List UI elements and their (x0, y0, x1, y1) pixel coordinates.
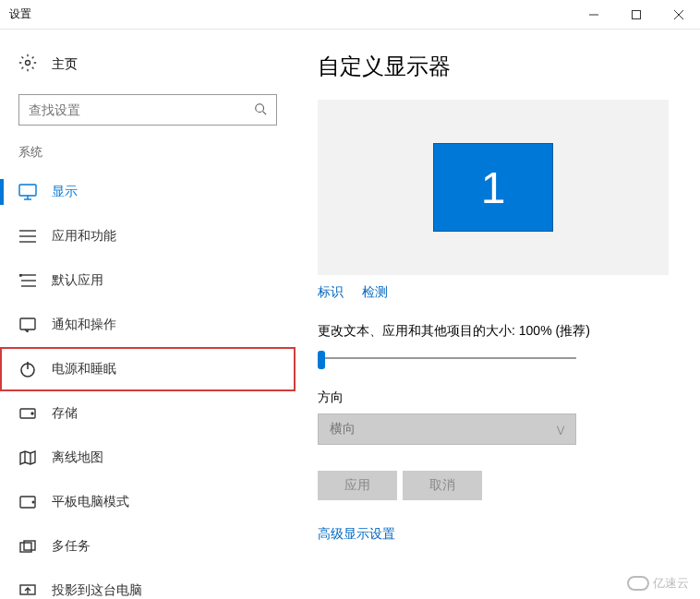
power-icon (18, 360, 37, 378)
svg-line-6 (263, 111, 267, 114)
sidebar-item-label: 多任务 (52, 538, 91, 555)
scale-label: 更改文本、应用和其他项目的大小: 100% (推荐) (318, 323, 672, 340)
main-panel: 自定义显示器 1 标识 检测 更改文本、应用和其他项目的大小: 100% (推荐… (296, 30, 700, 599)
monitor-1[interactable]: 1 (433, 143, 553, 232)
sidebar-item-storage[interactable]: 存储 (0, 391, 296, 436)
notification-icon (18, 316, 37, 334)
scale-slider[interactable] (318, 349, 576, 367)
page-title: 自定义显示器 (318, 52, 672, 81)
search-field[interactable] (29, 102, 254, 117)
chevron-down-icon: ⋁ (557, 425, 564, 435)
advanced-display-link[interactable]: 高级显示设置 (318, 526, 672, 543)
sidebar-item-label: 通知和操作 (52, 317, 116, 333)
sidebar-item-label: 平板电脑模式 (52, 494, 129, 510)
orientation-dropdown[interactable]: 横向 ⋁ (318, 413, 576, 445)
slider-track (318, 357, 576, 359)
sidebar-item-offline-maps[interactable]: 离线地图 (0, 436, 296, 480)
monitor-icon (18, 183, 37, 201)
sidebar: 主页 系统 显示 应用和功能 默认应用 通知和操作 (0, 30, 296, 599)
home-label: 主页 (52, 56, 78, 73)
tablet-icon (18, 493, 37, 511)
monitor-number: 1 (481, 162, 506, 213)
detect-link[interactable]: 检测 (362, 284, 388, 301)
sidebar-item-label: 显示 (52, 184, 78, 200)
storage-icon (18, 404, 37, 423)
default-app-icon (18, 271, 37, 290)
svg-point-21 (31, 413, 33, 414)
svg-point-5 (256, 103, 264, 112)
orientation-value: 横向 (330, 421, 356, 437)
identify-link[interactable]: 标识 (318, 284, 344, 301)
sidebar-item-label: 投影到这台电脑 (52, 582, 142, 599)
svg-point-25 (32, 501, 34, 503)
maximize-button[interactable] (615, 0, 658, 30)
category-label: 系统 (0, 144, 296, 170)
map-icon (18, 449, 37, 467)
minimize-button[interactable] (573, 0, 615, 30)
titlebar: 设置 (0, 0, 700, 30)
sidebar-item-default-apps[interactable]: 默认应用 (0, 258, 296, 303)
apply-button[interactable]: 应用 (318, 471, 397, 500)
sidebar-item-label: 应用和功能 (52, 228, 116, 245)
search-input[interactable] (18, 94, 277, 126)
cancel-button[interactable]: 取消 (403, 471, 482, 500)
search-icon (254, 102, 267, 118)
sidebar-item-label: 存储 (52, 405, 78, 422)
svg-rect-1 (633, 10, 641, 18)
sidebar-item-display[interactable]: 显示 (0, 170, 296, 214)
orientation-label: 方向 (318, 389, 672, 406)
close-button[interactable] (658, 0, 700, 30)
svg-rect-16 (19, 274, 21, 276)
sidebar-item-power-sleep[interactable]: 电源和睡眠 (0, 347, 296, 391)
project-icon (18, 581, 37, 599)
svg-point-4 (26, 61, 30, 66)
list-icon (18, 227, 37, 246)
sidebar-item-label: 电源和睡眠 (52, 361, 116, 377)
slider-thumb[interactable] (318, 351, 325, 369)
sidebar-item-tablet-mode[interactable]: 平板电脑模式 (0, 480, 296, 524)
sidebar-item-label: 默认应用 (52, 272, 103, 289)
watermark-icon (627, 576, 649, 591)
watermark: 亿速云 (627, 575, 689, 592)
window-title: 设置 (9, 6, 31, 22)
sidebar-item-notifications[interactable]: 通知和操作 (0, 303, 296, 347)
home-button[interactable]: 主页 (0, 48, 296, 94)
svg-rect-17 (20, 318, 35, 329)
sidebar-item-multitask[interactable]: 多任务 (0, 524, 296, 569)
window-controls (573, 0, 700, 30)
sidebar-item-project[interactable]: 投影到这台电脑 (0, 569, 296, 599)
gear-icon (18, 54, 37, 76)
sidebar-item-apps[interactable]: 应用和功能 (0, 214, 296, 258)
sidebar-item-label: 离线地图 (52, 449, 103, 466)
multitask-icon (18, 537, 37, 556)
watermark-text: 亿速云 (653, 575, 689, 592)
svg-rect-7 (19, 185, 36, 196)
monitor-arrangement[interactable]: 1 (318, 100, 669, 275)
